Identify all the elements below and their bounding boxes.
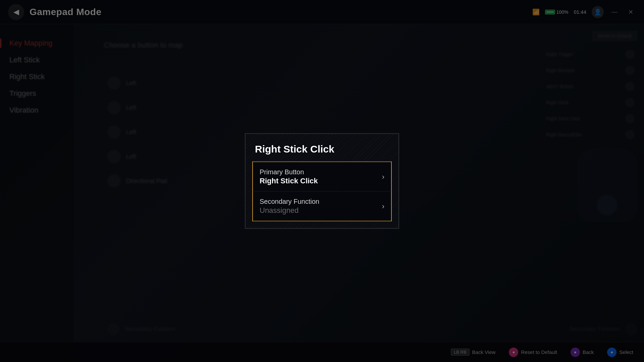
dialog-option-group: Primary Button Right Stick Click › Secon… [252, 162, 392, 222]
secondary-option-texts: Secondary Function Unassigned [260, 198, 319, 215]
secondary-function-option[interactable]: Secondary Function Unassigned › [253, 192, 391, 221]
dialog: Right Stick Click Primary Button Right S… [245, 133, 399, 229]
secondary-option-value: Unassigned [260, 206, 319, 215]
primary-option-label: Primary Button [260, 168, 318, 176]
dialog-header: Right Stick Click [246, 134, 398, 162]
primary-chevron-icon: › [382, 172, 384, 181]
secondary-option-inner: Secondary Function Unassigned › [260, 198, 384, 215]
primary-option-inner: Primary Button Right Stick Click › [260, 168, 384, 185]
primary-option-value: Right Stick Click [260, 177, 318, 185]
dialog-wrapper: Right Stick Click Primary Button Right S… [245, 133, 399, 229]
primary-option-texts: Primary Button Right Stick Click [260, 168, 318, 185]
secondary-option-label: Secondary Function [260, 198, 319, 205]
secondary-chevron-icon: › [382, 202, 384, 210]
dialog-title: Right Stick Click [255, 143, 389, 155]
dialog-options: Primary Button Right Stick Click › Secon… [246, 162, 398, 228]
primary-button-option[interactable]: Primary Button Right Stick Click › [253, 162, 391, 192]
